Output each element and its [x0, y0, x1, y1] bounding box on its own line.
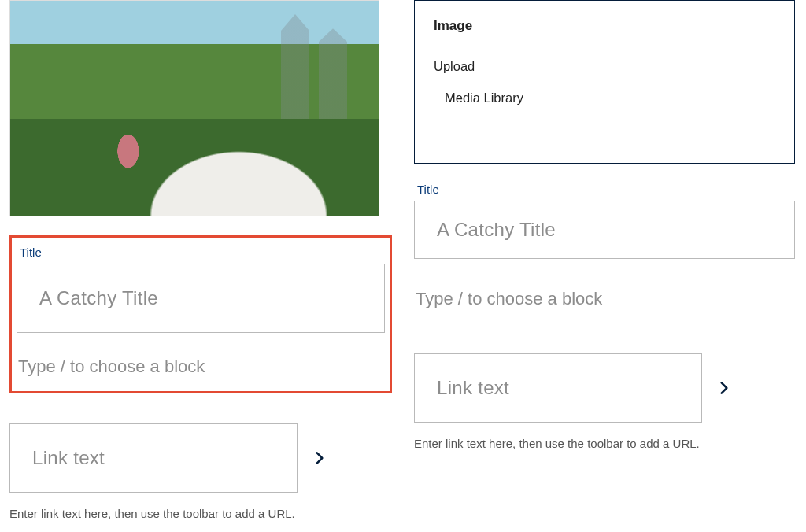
option-media-library[interactable]: Media Library	[434, 83, 775, 114]
image-block-panel: Image Upload Media Library	[414, 0, 795, 164]
link-row: Link text	[414, 353, 795, 423]
link-helper-text: Enter link text here, then use the toolb…	[9, 507, 392, 520]
link-text-input[interactable]: Link text	[9, 423, 298, 493]
link-text-input[interactable]: Link text	[414, 353, 702, 423]
title-field-label: Title	[17, 246, 385, 259]
link-text-placeholder: Link text	[32, 447, 105, 469]
link-row: Link text	[9, 423, 392, 493]
title-placeholder: A Catchy Title	[39, 287, 158, 309]
option-upload[interactable]: Upload	[434, 51, 775, 83]
link-text-placeholder: Link text	[437, 377, 509, 399]
image-block-heading: Image	[434, 18, 775, 34]
hero-image	[9, 0, 379, 216]
title-placeholder: A Catchy Title	[437, 219, 556, 241]
title-input[interactable]: A Catchy Title	[17, 264, 385, 333]
right-column: Image Upload Media Library Title A Catch…	[403, 0, 806, 532]
block-chooser-hint[interactable]: Type / to choose a block	[18, 357, 385, 377]
title-field-label: Title	[414, 183, 795, 196]
title-input[interactable]: A Catchy Title	[414, 201, 795, 259]
block-chooser-hint[interactable]: Type / to choose a block	[416, 289, 795, 309]
image-block-options: Upload Media Library	[434, 51, 775, 113]
title-block: Title A Catchy Title Type / to choose a …	[414, 183, 795, 309]
chevron-right-icon[interactable]	[312, 450, 327, 466]
left-column: Title A Catchy Title Type / to choose a …	[0, 0, 403, 532]
chevron-right-icon[interactable]	[716, 380, 732, 396]
highlight-box: Title A Catchy Title Type / to choose a …	[9, 235, 392, 393]
link-helper-text: Enter link text here, then use the toolb…	[414, 437, 795, 450]
